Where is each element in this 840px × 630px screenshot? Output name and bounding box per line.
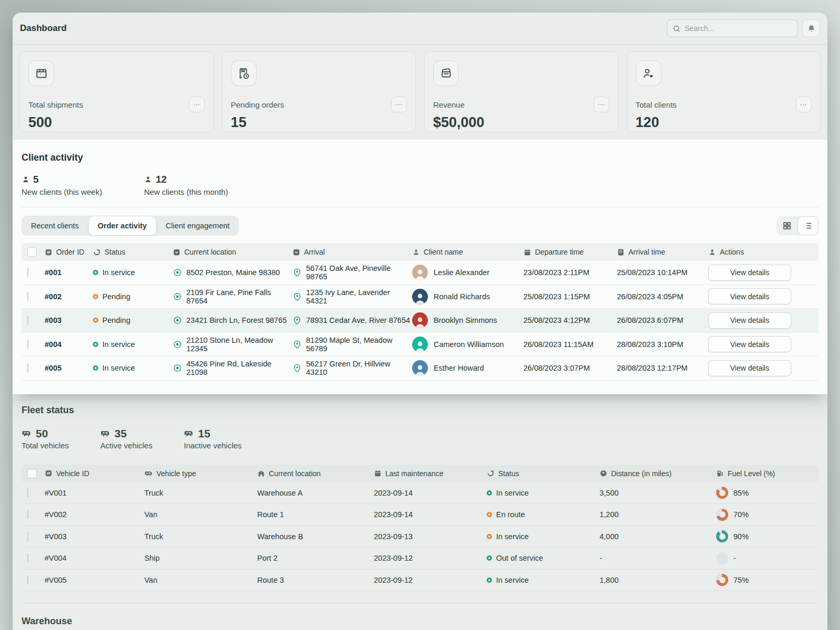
last-maintenance: 2023-09-14 [374,489,487,497]
vehicle-id: #V003 [45,532,144,541]
map-pin-icon [292,363,302,373]
avatar [412,360,428,376]
vehicle-id: #V004 [45,554,144,562]
active-vehicles-stat: 35 Active vehicles [100,427,152,450]
row-checkbox[interactable] [27,292,28,301]
vehicle-location: Warehouse A [257,489,374,497]
row-checkbox[interactable] [27,316,28,325]
arrival-location: 81290 Maple St, Meadow 56789 [306,336,412,353]
stat-label: Active vehicles [100,441,152,450]
column-header: Departure time [535,248,584,256]
row-checkbox[interactable] [27,575,28,585]
column-header: Current location [269,469,321,478]
column-header: Last maintenance [385,469,444,478]
view-details-button[interactable]: View details [708,312,791,329]
grid-icon [782,221,792,230]
person-icon [22,175,30,184]
search-input[interactable] [685,24,792,33]
vehicle-status: En route [496,510,525,519]
vehicle-id: #V001 [45,489,144,497]
column-header: Distance (in miles) [611,469,671,478]
client-activity-panel: Client activity 5 New clients (this week… [13,140,827,394]
column-header: Arrival [304,248,325,256]
order-row: #002 Pending 2109 Fir Lane, Pine Falls 8… [22,285,818,309]
tab-recent-clients[interactable]: Recent clients [22,216,88,236]
row-checkbox[interactable] [27,553,28,563]
stat-card-value: 15 [231,114,407,131]
vehicle-id: #V002 [45,510,144,519]
column-header: Status [498,469,519,478]
status-dot [93,365,98,371]
view-details-button[interactable]: View details [708,265,791,281]
warehouse-section: Warehouse [22,603,818,627]
distance-icon [600,469,607,477]
grid-view-button[interactable] [776,216,797,235]
notifications-button[interactable] [802,19,820,37]
view-details-button[interactable]: View details [708,336,791,352]
card-menu-button[interactable]: ... [189,97,205,112]
van-icon [184,428,194,438]
stat-value: 50 [36,427,48,440]
fleet-stats: 50 Total vehicles 35 Active vehicles 15 … [22,427,818,450]
view-details-button[interactable]: View details [708,360,791,376]
vehicle-distance: 1,200 [600,510,716,519]
vehicle-id: #V005 [45,576,144,584]
stat-value: 15 [198,427,210,440]
search-box[interactable] [667,19,798,37]
target-icon [173,268,182,277]
map-pin-icon [292,292,302,301]
map-pin-icon [292,340,302,349]
row-checkbox[interactable] [27,488,28,498]
row-checkbox[interactable] [27,340,28,349]
stat-label: New clients (this month) [144,187,228,196]
calendar-icon [374,469,382,477]
tab-order-activity[interactable]: Order activity [88,216,156,236]
view-details-button[interactable]: View details [708,288,791,304]
stat-card-total-clients: Total clients ... 120 [627,51,821,132]
row-checkbox[interactable] [27,268,28,277]
status-dot [487,512,492,517]
search-icon [673,24,680,33]
stat-card-value: $50,000 [433,114,610,131]
client-name: Leslie Alexander [434,268,489,277]
arrival-location: 1235 Ivy Lane, Lavender 54321 [306,288,412,305]
fuel-gauge [716,574,728,586]
status-dot [93,270,98,275]
stat-card-label: Revenue [433,100,465,109]
map-pin-icon [292,268,302,277]
fuel-gauge [716,530,728,542]
order-status: Pending [102,316,130,324]
select-all-checkbox[interactable] [27,247,37,257]
select-all-checkbox[interactable] [27,469,37,478]
status-dot [93,294,98,299]
view-toggle [776,216,818,235]
card-menu-button[interactable]: ... [391,97,407,112]
row-checkbox[interactable] [27,363,28,373]
card-menu-button[interactable]: ... [796,97,812,112]
divider [22,207,818,207]
list-view-button[interactable] [797,216,818,235]
van-icon [22,428,32,438]
vehicle-type: Van [144,576,257,584]
activity-tabs: Recent clients Order activity Client eng… [22,216,239,236]
column-header: Status [104,248,125,256]
departure-time: 26/08/2023 3:07PM [523,364,617,372]
current-location: 8502 Preston, Maine 98380 [186,268,280,277]
inactive-vehicles-stat: 15 Inactive vehicles [184,427,242,450]
fuel-level: - [733,554,736,562]
fuel-level: 85% [733,489,749,497]
current-location: 2109 Fir Lane, Pine Falls 87654 [186,288,292,305]
total-vehicles-stat: 50 Total vehicles [22,427,69,450]
stat-value: 35 [114,427,127,440]
current-location: 45426 Pine Rd, Lakeside 21098 [186,360,292,376]
vehicle-status: In service [496,576,529,584]
van-icon [144,469,153,478]
person-silhouette-icon [414,363,426,376]
card-menu-button[interactable]: ... [594,97,610,112]
clock-icon [617,248,625,256]
vehicle-row: #V004 Ship Port 2 2023-09-12 Out of serv… [22,548,818,570]
row-checkbox[interactable] [27,532,28,541]
app-window: Dashboard Total shipments ... 500 Pendin… [13,13,827,630]
tab-client-engagement[interactable]: Client engagement [156,216,239,236]
row-checkbox[interactable] [27,510,28,519]
